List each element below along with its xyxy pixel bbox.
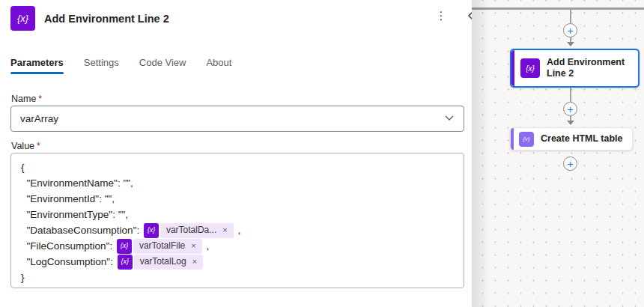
chevron-down-icon xyxy=(444,112,455,125)
value-line: "FileConsumption": {x} varTotalFile × , xyxy=(21,238,455,254)
value-line: "LogConsumption": {x} varTotalLog × xyxy=(21,254,455,270)
required-asterisk: * xyxy=(37,141,40,151)
token-label: varTotalFile xyxy=(139,238,185,254)
tab-code-view[interactable]: Code View xyxy=(139,57,186,74)
remove-token-icon[interactable]: × xyxy=(191,238,195,254)
tab-settings[interactable]: Settings xyxy=(84,57,119,74)
name-dropdown[interactable]: varArray xyxy=(10,106,464,132)
node-accent-bar xyxy=(511,50,514,86)
token-pill-varTotalDa[interactable]: {x} varTotalDa... × xyxy=(144,223,234,238)
action-details-panel: {x} Add Environment Line 2 ⋮ Parameters … xyxy=(0,0,472,307)
token-label: varTotalLog xyxy=(140,254,186,270)
connector-arrow-icon xyxy=(567,121,574,125)
panel-title: Add Environment Line 2 xyxy=(44,13,169,25)
variable-token-icon: {x} xyxy=(118,255,133,270)
flow-canvas[interactable]: + {x} Add Environment Line 2 + {v} Creat… xyxy=(472,0,644,307)
name-label-text: Name xyxy=(11,94,36,104)
more-options-icon[interactable]: ⋮ xyxy=(433,7,449,24)
remove-token-icon[interactable]: × xyxy=(192,254,197,270)
variable-token-icon: {x} xyxy=(144,223,159,238)
value-input[interactable]: { "EnvironmentName": "", "EnvironmentId"… xyxy=(10,153,464,288)
token-pill-varTotalLog[interactable]: {x} varTotalLog × xyxy=(118,255,203,270)
variables-action-icon: {x} xyxy=(520,58,540,78)
insert-action-button[interactable]: + xyxy=(563,102,577,116)
add-action-button[interactable]: + xyxy=(563,156,577,171)
remove-token-icon[interactable]: × xyxy=(222,222,227,238)
value-line: { xyxy=(21,159,455,175)
insert-action-button[interactable]: + xyxy=(563,23,577,37)
node-accent-bar xyxy=(511,128,514,150)
value-line: "EnvironmentType": "", xyxy=(21,207,455,222)
connector-line xyxy=(570,9,571,23)
value-line: "EnvironmentName": "", xyxy=(21,175,455,191)
panel-header: {x} Add Environment Line 2 xyxy=(10,6,169,31)
node-label: Create HTML table xyxy=(541,133,623,145)
connector-line xyxy=(570,88,571,102)
token-pill-varTotalFile[interactable]: {x} varTotalFile × xyxy=(117,239,202,254)
flow-node-add-environment-line-2[interactable]: {x} Add Environment Line 2 xyxy=(510,49,640,88)
value-line: } xyxy=(21,270,455,285)
value-field-label: Value* xyxy=(11,141,40,151)
value-line: "DatabaseConsumption": {x} varTotalDa...… xyxy=(21,222,455,238)
tab-about[interactable]: About xyxy=(206,57,231,74)
panel-tabs: Parameters Settings Code View About xyxy=(10,57,231,74)
token-label: varTotalDa... xyxy=(166,222,216,238)
flow-node-create-html-table[interactable]: {v} Create HTML table xyxy=(510,127,633,151)
variables-action-icon: {x} xyxy=(10,6,35,31)
flow-designer: {x} Add Environment Line 2 ⋮ Parameters … xyxy=(0,0,644,307)
connector-arrow-icon xyxy=(567,42,574,46)
value-label-text: Value xyxy=(11,141,34,151)
value-line: "EnvironmentId": "", xyxy=(21,191,455,207)
panel-drop-shadow xyxy=(472,0,491,307)
data-operation-action-icon: {v} xyxy=(519,132,534,147)
tab-parameters[interactable]: Parameters xyxy=(10,57,64,74)
name-dropdown-value: varArray xyxy=(20,113,58,124)
variable-token-icon: {x} xyxy=(117,239,132,254)
node-label: Add Environment Line 2 xyxy=(547,57,638,79)
required-asterisk: * xyxy=(38,94,42,104)
name-field-label: Name* xyxy=(11,94,42,104)
scope-bottom-edge xyxy=(472,7,644,10)
